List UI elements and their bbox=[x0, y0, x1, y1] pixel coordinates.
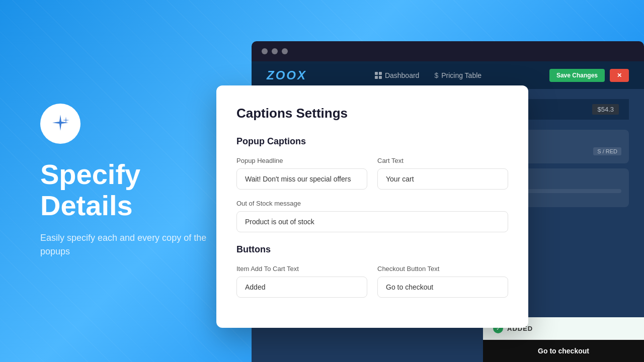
logo-circle bbox=[40, 104, 80, 144]
nav-pricing[interactable]: $ Pricing Table bbox=[434, 71, 481, 79]
buttons-row: Item Add To Cart Text Checkout Button Te… bbox=[236, 265, 508, 298]
cart-text-input[interactable] bbox=[377, 168, 508, 190]
checkout-button-label: Checkout Button Text bbox=[377, 265, 508, 273]
out-of-stock-label: Out of Stock message bbox=[236, 200, 508, 207]
checkout-button-group: Checkout Button Text bbox=[377, 265, 508, 298]
cart-text-label: Cart Text bbox=[377, 157, 508, 164]
save-changes-button[interactable]: Save Changes bbox=[549, 69, 605, 82]
out-of-stock-group: Out of Stock message bbox=[236, 200, 508, 232]
checkout-bar-button[interactable]: Go to checkout bbox=[483, 340, 644, 362]
popup-captions-row: Popup Headline Cart Text bbox=[236, 157, 508, 190]
add-to-cart-input[interactable] bbox=[236, 277, 367, 298]
add-to-cart-label: Item Add To Cart Text bbox=[236, 265, 367, 273]
nav-dashboard[interactable]: Dashboard bbox=[375, 71, 420, 79]
app-header: ZOOX Dashboard $ Pricing Table bbox=[252, 61, 644, 89]
checkout-button-input[interactable] bbox=[377, 277, 508, 298]
browser-dot-3 bbox=[282, 48, 288, 54]
add-to-cart-group: Item Add To Cart Text bbox=[236, 265, 367, 298]
settings-modal: Captions Settings Popup Captions Popup H… bbox=[216, 85, 528, 328]
popup-captions-title: Popup Captions bbox=[236, 136, 508, 147]
sparkle-icon bbox=[49, 113, 71, 135]
browser-dot-1 bbox=[262, 48, 268, 54]
out-of-stock-input[interactable] bbox=[236, 211, 508, 232]
modal-title: Captions Settings bbox=[236, 106, 508, 121]
dashboard-icon bbox=[375, 72, 382, 79]
hero-subtitle: Easily specify each and every copy of th… bbox=[40, 231, 211, 258]
svg-rect-3 bbox=[379, 76, 382, 79]
app-logo: ZOOX bbox=[267, 68, 307, 82]
cart-text-group: Cart Text bbox=[377, 157, 508, 190]
hero-title: Specify Details bbox=[40, 159, 211, 221]
svg-rect-2 bbox=[375, 76, 378, 79]
browser-bar bbox=[252, 41, 644, 61]
popup-headline-group: Popup Headline bbox=[236, 157, 367, 190]
popup-headline-label: Popup Headline bbox=[236, 157, 367, 164]
popup-headline-input[interactable] bbox=[236, 168, 367, 190]
left-panel: Specify Details Easily specify each and … bbox=[20, 0, 231, 362]
svg-rect-1 bbox=[379, 72, 382, 75]
buttons-section-title: Buttons bbox=[236, 244, 508, 255]
price-badge: $54.3 bbox=[592, 104, 619, 115]
browser-dot-2 bbox=[272, 48, 278, 54]
svg-rect-0 bbox=[375, 72, 378, 75]
app-nav: Dashboard $ Pricing Table bbox=[375, 71, 481, 79]
app-actions: Save Changes ✕ bbox=[549, 69, 629, 82]
red-action-button[interactable]: ✕ bbox=[610, 69, 629, 82]
variant-badge: S / RED bbox=[593, 147, 621, 155]
